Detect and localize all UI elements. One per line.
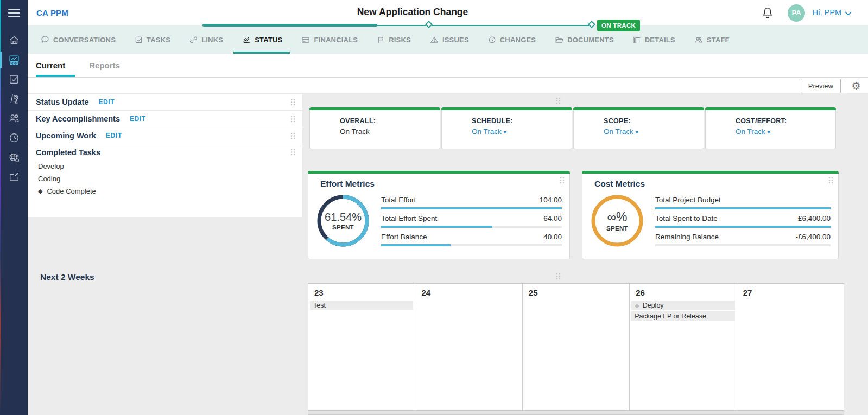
settings-gear-icon[interactable]: ⚙ xyxy=(844,79,868,93)
tab-risks[interactable]: RISKS xyxy=(377,25,411,54)
metric-value: £6,400.00 xyxy=(798,214,831,225)
tab-label: CHANGES xyxy=(500,36,536,44)
subtab-label: Reports xyxy=(89,61,120,70)
tab-status[interactable]: STATUS xyxy=(242,25,282,54)
dropdown-value: On Track xyxy=(604,127,633,136)
status-dashboard-icon xyxy=(8,54,20,66)
task-label: Code Complete xyxy=(47,187,96,195)
tab-label: TASKS xyxy=(147,36,170,44)
drag-handle-icon[interactable] xyxy=(559,176,565,184)
task-label: Coding xyxy=(38,175,60,183)
tab-links[interactable]: LINKS xyxy=(189,25,223,54)
drag-handle-icon[interactable] xyxy=(290,98,296,106)
section-completed-tasks: Completed Tasks xyxy=(28,144,302,160)
page-title: New Application Change xyxy=(28,0,797,24)
day-number: 25 xyxy=(523,286,629,301)
user-menu[interactable]: Hi, PPM xyxy=(813,0,852,25)
section-key-accomplishments: Key Accomplishments EDIT xyxy=(28,111,302,127)
subtab-current[interactable]: Current xyxy=(36,54,75,77)
gauge-caption: SPENT xyxy=(332,224,354,231)
list-icon xyxy=(633,36,641,44)
drag-handle-icon[interactable] xyxy=(828,176,834,184)
metric-bar-fill xyxy=(655,207,831,209)
card-label: OVERALL: xyxy=(340,117,440,125)
section-status-update: Status Update EDIT xyxy=(28,94,302,111)
sidebar-item-global[interactable] xyxy=(0,148,28,167)
preview-button[interactable]: Preview xyxy=(801,79,841,93)
subtab-reports[interactable]: Reports xyxy=(89,54,130,77)
tab-staff[interactable]: STAFF xyxy=(694,25,730,54)
calendar-event[interactable]: Test xyxy=(310,301,413,310)
calendar-day-column: 23 Test xyxy=(308,284,415,410)
drag-handle-icon[interactable] xyxy=(290,115,296,123)
calendar-event[interactable]: Package FP or Release xyxy=(631,311,734,321)
metric-row-remaining-balance: Remaining Balance-£6,400.00 xyxy=(655,233,831,246)
milestone-diamond-icon: ◆ xyxy=(635,302,639,309)
tab-label: FINANCIALS xyxy=(314,36,358,44)
drag-handle-icon[interactable] xyxy=(290,132,296,140)
export-window-icon xyxy=(8,171,20,183)
calendar-day-column: 25 xyxy=(523,284,630,410)
metric-label: Total Effort Spent xyxy=(381,214,437,225)
sidebar-item-timesheets[interactable] xyxy=(0,128,28,148)
tab-label: LINKS xyxy=(201,36,223,44)
cost-metrics-card: Cost Metrics ∞% SPENT Total Project Budg… xyxy=(582,171,839,259)
drag-handle-icon[interactable] xyxy=(290,148,296,156)
cost-rows: Total Project Budget Total Spent to Date… xyxy=(655,193,831,253)
greeting-label: Hi, PPM xyxy=(813,0,841,25)
edit-key-accomplishments-link[interactable]: EDIT xyxy=(130,115,146,123)
caret-down-icon: ▾ xyxy=(768,129,770,135)
clock-history-icon xyxy=(488,36,496,44)
view-subtabs: Current Reports xyxy=(28,54,868,78)
tab-financials[interactable]: FINANCIALS xyxy=(301,25,358,54)
completed-task-item[interactable]: ◆Code Complete xyxy=(28,185,302,197)
drag-handle-icon[interactable] xyxy=(555,272,561,280)
sidebar-item-people[interactable] xyxy=(0,108,28,128)
completed-task-item[interactable]: Coding xyxy=(28,173,302,185)
metric-row-total-effort-spent: Total Effort Spent64.00 xyxy=(381,214,562,228)
metric-bar-track xyxy=(381,244,562,246)
tab-conversations[interactable]: CONVERSATIONS xyxy=(41,25,116,54)
gauge-text: 61.54% SPENT xyxy=(316,194,370,248)
folder-icon xyxy=(555,36,563,44)
sidebar-item-roadmap[interactable] xyxy=(0,89,28,108)
day-number: 27 xyxy=(737,286,844,301)
avatar[interactable]: PA xyxy=(788,4,805,22)
completed-task-item[interactable]: Develop xyxy=(28,160,302,173)
metric-row-total-spent-to-date: Total Spent to Date£6,400.00 xyxy=(655,214,831,228)
metric-row-total-project-budget: Total Project Budget xyxy=(655,196,831,209)
home-icon xyxy=(8,34,20,46)
caret-down-icon: ▾ xyxy=(504,129,506,135)
sidebar-item-home[interactable] xyxy=(0,30,28,50)
sidebar-item-tasks[interactable] xyxy=(0,69,28,89)
schedule-status-dropdown[interactable]: On Track▾ xyxy=(472,127,572,136)
cost-effort-status-card: COST/EFFORT: On Track▾ xyxy=(705,107,836,149)
section-title: Status Update xyxy=(36,98,89,106)
calendar-title: Next 2 Weeks xyxy=(40,272,94,282)
drag-handle-icon[interactable] xyxy=(555,97,561,105)
metric-value: -£6,400.00 xyxy=(795,233,831,243)
section-title: Upcoming Work xyxy=(36,131,96,140)
status-badge: ON TRACK xyxy=(597,20,640,31)
tab-changes[interactable]: CHANGES xyxy=(488,25,536,54)
menu-button[interactable] xyxy=(0,0,28,25)
dropdown-value: On Track xyxy=(736,127,765,136)
sidebar-item-status-dashboard[interactable] xyxy=(0,50,28,69)
notifications-button[interactable] xyxy=(761,6,775,20)
tab-label: STAFF xyxy=(707,36,730,44)
edit-upcoming-work-link[interactable]: EDIT xyxy=(106,132,122,139)
effort-metrics-card: Effort Metrics 61.54% SPENT Total Effort… xyxy=(308,171,570,259)
cost-metrics-body: ∞% SPENT Total Project Budget Total Spen… xyxy=(590,193,831,253)
tab-tasks[interactable]: TASKS xyxy=(135,25,170,54)
tab-issues[interactable]: ISSUES xyxy=(430,25,469,54)
metric-value: 104.00 xyxy=(540,196,562,206)
speech-bubble-icon xyxy=(41,35,49,44)
day-number: 23 xyxy=(308,286,415,301)
edit-status-update-link[interactable]: EDIT xyxy=(99,98,115,106)
calendar-event-milestone[interactable]: ◆Deploy xyxy=(631,301,734,310)
sidebar-item-export[interactable] xyxy=(0,167,28,187)
scope-status-dropdown[interactable]: On Track▾ xyxy=(604,127,704,136)
metric-bar-fill xyxy=(381,244,451,246)
cost-effort-status-dropdown[interactable]: On Track▾ xyxy=(736,127,835,136)
clock-icon xyxy=(8,132,20,144)
